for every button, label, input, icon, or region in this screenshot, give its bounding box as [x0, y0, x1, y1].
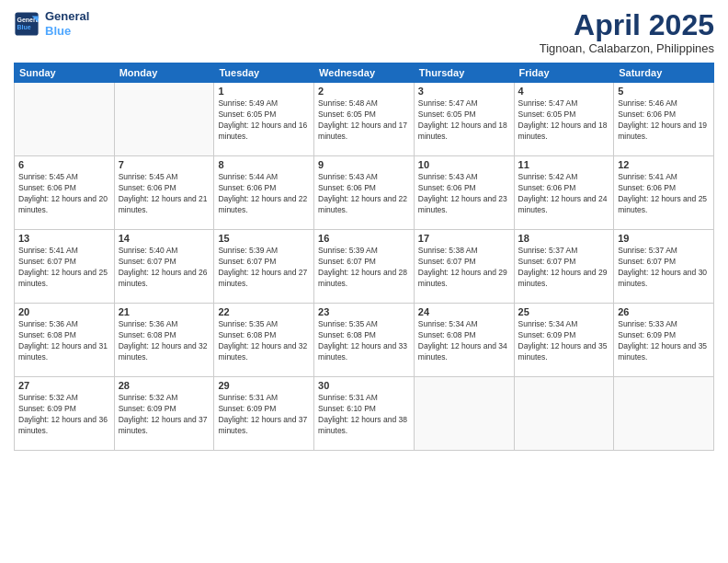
day-number: 13 — [18, 233, 110, 244]
weekday-header-wednesday: Wednesday — [314, 63, 415, 83]
calendar-cell: 12Sunrise: 5:41 AMSunset: 6:06 PMDayligh… — [614, 156, 714, 230]
calendar-cell: 30Sunrise: 5:31 AMSunset: 6:10 PMDayligh… — [314, 377, 415, 451]
week-row-4: 27Sunrise: 5:32 AMSunset: 6:09 PMDayligh… — [15, 377, 714, 451]
calendar-cell: 19Sunrise: 5:37 AMSunset: 6:07 PMDayligh… — [614, 230, 714, 304]
day-number: 3 — [418, 86, 510, 97]
calendar-cell: 13Sunrise: 5:41 AMSunset: 6:07 PMDayligh… — [15, 230, 115, 304]
day-number: 9 — [318, 159, 410, 170]
calendar-cell — [414, 377, 514, 451]
calendar-cell: 22Sunrise: 5:35 AMSunset: 6:08 PMDayligh… — [214, 304, 314, 377]
day-info: Sunrise: 5:35 AMSunset: 6:08 PMDaylight:… — [318, 319, 410, 363]
day-number: 6 — [18, 159, 110, 170]
day-info: Sunrise: 5:32 AMSunset: 6:09 PMDaylight:… — [18, 393, 110, 437]
calendar-cell: 1Sunrise: 5:49 AMSunset: 6:05 PMDaylight… — [214, 83, 314, 156]
calendar-cell: 20Sunrise: 5:36 AMSunset: 6:08 PMDayligh… — [15, 304, 115, 377]
day-number: 4 — [518, 86, 610, 97]
day-info: Sunrise: 5:39 AMSunset: 6:07 PMDaylight:… — [318, 246, 410, 290]
calendar-cell: 4Sunrise: 5:47 AMSunset: 6:05 PMDaylight… — [514, 83, 614, 156]
day-info: Sunrise: 5:35 AMSunset: 6:08 PMDaylight:… — [218, 319, 310, 363]
day-info: Sunrise: 5:31 AMSunset: 6:09 PMDaylight:… — [218, 393, 310, 437]
calendar-cell: 17Sunrise: 5:38 AMSunset: 6:07 PMDayligh… — [414, 230, 514, 304]
day-number: 29 — [218, 380, 310, 391]
week-row-1: 6Sunrise: 5:45 AMSunset: 6:06 PMDaylight… — [15, 156, 714, 230]
day-number: 7 — [119, 159, 210, 170]
header: General Blue General Blue April 2025 Tig… — [14, 9, 714, 55]
day-number: 19 — [618, 233, 710, 244]
day-info: Sunrise: 5:48 AMSunset: 6:05 PMDaylight:… — [318, 98, 410, 143]
day-number: 11 — [518, 159, 610, 170]
calendar-cell: 18Sunrise: 5:37 AMSunset: 6:07 PMDayligh… — [514, 230, 614, 304]
weekday-header-tuesday: Tuesday — [214, 63, 314, 83]
day-info: Sunrise: 5:31 AMSunset: 6:10 PMDaylight:… — [318, 393, 410, 437]
day-info: Sunrise: 5:41 AMSunset: 6:07 PMDaylight:… — [18, 246, 110, 290]
calendar-cell: 21Sunrise: 5:36 AMSunset: 6:08 PMDayligh… — [114, 304, 214, 377]
calendar-cell — [15, 83, 115, 156]
day-info: Sunrise: 5:36 AMSunset: 6:08 PMDaylight:… — [119, 319, 210, 363]
day-info: Sunrise: 5:34 AMSunset: 6:09 PMDaylight:… — [518, 319, 610, 363]
calendar-cell: 16Sunrise: 5:39 AMSunset: 6:07 PMDayligh… — [314, 230, 415, 304]
calendar-cell — [614, 377, 714, 451]
day-info: Sunrise: 5:45 AMSunset: 6:06 PMDaylight:… — [18, 172, 110, 216]
week-row-3: 20Sunrise: 5:36 AMSunset: 6:08 PMDayligh… — [15, 304, 714, 377]
svg-text:Blue: Blue — [17, 24, 31, 30]
day-info: Sunrise: 5:37 AMSunset: 6:07 PMDaylight:… — [518, 246, 610, 290]
day-number: 20 — [18, 306, 110, 317]
day-info: Sunrise: 5:33 AMSunset: 6:09 PMDaylight:… — [618, 319, 710, 363]
day-number: 28 — [119, 380, 210, 391]
logo: General Blue General Blue — [14, 9, 89, 38]
day-number: 22 — [218, 306, 310, 317]
weekday-header-saturday: Saturday — [614, 63, 714, 83]
logo-icon: General Blue — [14, 11, 40, 37]
day-number: 12 — [618, 159, 710, 170]
day-number: 15 — [218, 233, 310, 244]
day-info: Sunrise: 5:45 AMSunset: 6:06 PMDaylight:… — [119, 172, 210, 216]
weekday-header-thursday: Thursday — [414, 63, 514, 83]
calendar-cell: 3Sunrise: 5:47 AMSunset: 6:05 PMDaylight… — [414, 83, 514, 156]
logo-text: General Blue — [45, 9, 89, 38]
week-row-0: 1Sunrise: 5:49 AMSunset: 6:05 PMDaylight… — [15, 83, 714, 156]
calendar-cell: 25Sunrise: 5:34 AMSunset: 6:09 PMDayligh… — [514, 304, 614, 377]
day-info: Sunrise: 5:47 AMSunset: 6:05 PMDaylight:… — [418, 98, 510, 143]
day-number: 21 — [119, 306, 210, 317]
day-number: 16 — [318, 233, 410, 244]
day-info: Sunrise: 5:49 AMSunset: 6:05 PMDaylight:… — [218, 98, 310, 143]
calendar-table: SundayMondayTuesdayWednesdayThursdayFrid… — [14, 63, 714, 451]
day-number: 10 — [418, 159, 510, 170]
day-info: Sunrise: 5:37 AMSunset: 6:07 PMDaylight:… — [618, 246, 710, 290]
calendar-cell: 26Sunrise: 5:33 AMSunset: 6:09 PMDayligh… — [614, 304, 714, 377]
week-row-2: 13Sunrise: 5:41 AMSunset: 6:07 PMDayligh… — [15, 230, 714, 304]
calendar-cell: 5Sunrise: 5:46 AMSunset: 6:06 PMDaylight… — [614, 83, 714, 156]
day-info: Sunrise: 5:38 AMSunset: 6:07 PMDaylight:… — [418, 246, 510, 290]
calendar-cell — [514, 377, 614, 451]
day-info: Sunrise: 5:39 AMSunset: 6:07 PMDaylight:… — [218, 246, 310, 290]
day-number: 25 — [518, 306, 610, 317]
calendar-cell: 14Sunrise: 5:40 AMSunset: 6:07 PMDayligh… — [114, 230, 214, 304]
calendar-cell: 24Sunrise: 5:34 AMSunset: 6:08 PMDayligh… — [414, 304, 514, 377]
calendar-cell: 10Sunrise: 5:43 AMSunset: 6:06 PMDayligh… — [414, 156, 514, 230]
weekday-header-monday: Monday — [114, 63, 214, 83]
day-info: Sunrise: 5:36 AMSunset: 6:08 PMDaylight:… — [18, 319, 110, 363]
calendar-cell: 15Sunrise: 5:39 AMSunset: 6:07 PMDayligh… — [214, 230, 314, 304]
calendar-cell: 28Sunrise: 5:32 AMSunset: 6:09 PMDayligh… — [114, 377, 214, 451]
day-info: Sunrise: 5:32 AMSunset: 6:09 PMDaylight:… — [119, 393, 210, 437]
calendar-cell: 7Sunrise: 5:45 AMSunset: 6:06 PMDaylight… — [114, 156, 214, 230]
day-info: Sunrise: 5:43 AMSunset: 6:06 PMDaylight:… — [318, 172, 410, 216]
calendar-cell: 9Sunrise: 5:43 AMSunset: 6:06 PMDaylight… — [314, 156, 415, 230]
day-number: 14 — [119, 233, 210, 244]
day-number: 26 — [618, 306, 710, 317]
location-title: Tignoan, Calabarzon, Philippines — [540, 41, 714, 55]
day-number: 18 — [518, 233, 610, 244]
weekday-header-friday: Friday — [514, 63, 614, 83]
calendar-cell: 2Sunrise: 5:48 AMSunset: 6:05 PMDaylight… — [314, 83, 415, 156]
day-number: 8 — [218, 159, 310, 170]
weekday-header-sunday: Sunday — [15, 63, 115, 83]
day-info: Sunrise: 5:40 AMSunset: 6:07 PMDaylight:… — [119, 246, 210, 290]
month-title: April 2025 — [540, 9, 714, 41]
day-number: 30 — [318, 380, 410, 391]
calendar-cell: 6Sunrise: 5:45 AMSunset: 6:06 PMDaylight… — [15, 156, 115, 230]
calendar-cell: 23Sunrise: 5:35 AMSunset: 6:08 PMDayligh… — [314, 304, 415, 377]
day-info: Sunrise: 5:44 AMSunset: 6:06 PMDaylight:… — [218, 172, 310, 216]
day-info: Sunrise: 5:43 AMSunset: 6:06 PMDaylight:… — [418, 172, 510, 216]
day-info: Sunrise: 5:47 AMSunset: 6:05 PMDaylight:… — [518, 98, 610, 143]
calendar-cell — [114, 83, 214, 156]
